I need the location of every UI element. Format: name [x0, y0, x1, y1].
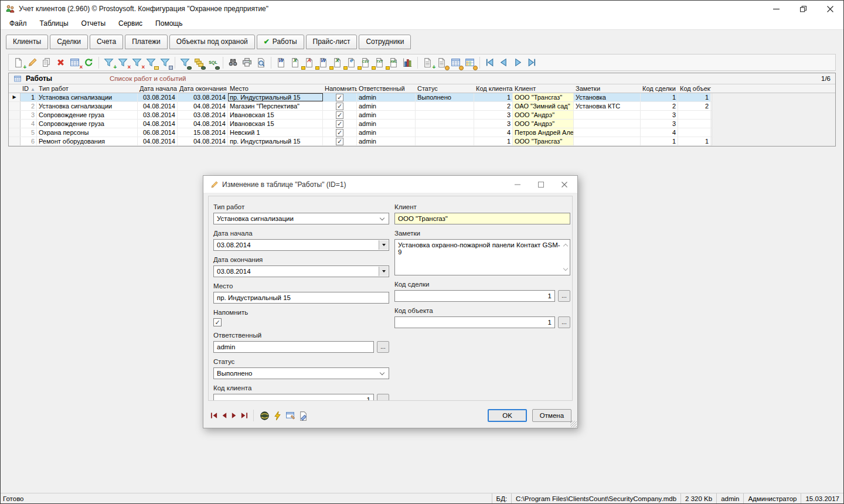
cell-remind[interactable]: ✓	[323, 120, 357, 128]
cell-date-start[interactable]: 04.08.2014	[138, 137, 178, 145]
tab-clients[interactable]: Клиенты	[6, 35, 48, 49]
tab-invoices[interactable]: Счета	[90, 35, 123, 49]
lightning-button[interactable]	[271, 410, 284, 421]
cell-object-code[interactable]: 1	[678, 93, 711, 101]
client-input[interactable]: ООО "Трансгаз"	[394, 213, 570, 224]
cell-responsible[interactable]: admin	[357, 111, 416, 119]
col-client-code[interactable]: Код клиента	[474, 84, 513, 93]
cell-client[interactable]: ООО "Андрэ"	[513, 111, 574, 119]
table-row[interactable]: ▶ 1 Установка сигнализации 03.08.2014 03…	[9, 93, 712, 102]
cell-client[interactable]: ООО "Трансгаз"	[513, 93, 574, 101]
cell-date-start[interactable]: 03.08.2014	[138, 111, 178, 119]
cell-client-code[interactable]: 1	[474, 93, 513, 101]
add-aux-record-button[interactable]: +	[421, 56, 434, 69]
cell-deal-code[interactable]: 1	[641, 137, 678, 145]
cell-responsible[interactable]: admin	[357, 93, 416, 101]
cell-status[interactable]	[416, 111, 474, 119]
cell-status[interactable]: Выполнено	[416, 93, 474, 101]
table-settings-button[interactable]	[449, 56, 462, 69]
remind-checkbox[interactable]: ✓	[213, 318, 222, 326]
table-row[interactable]: 2 Установка сигнализации 04.08.2014 04.0…	[9, 102, 712, 111]
date-dropdown-button[interactable]	[379, 240, 388, 250]
client-code-input[interactable]: 1	[213, 394, 374, 401]
add-record-button[interactable]: +	[12, 56, 25, 69]
dialog-minimize-button[interactable]	[506, 176, 529, 193]
resize-grip[interactable]	[570, 421, 577, 427]
deal-code-input[interactable]: 1	[394, 290, 555, 302]
col-notes[interactable]: Заметки	[574, 84, 641, 93]
cell-status[interactable]	[416, 120, 474, 128]
cell-type[interactable]: Сопровождение груза	[37, 120, 138, 128]
export-excel-button[interactable]: X	[331, 56, 344, 69]
date-end-input[interactable]: 03.08.2014	[213, 265, 389, 277]
responsible-input[interactable]: admin	[213, 341, 374, 353]
cell-responsible[interactable]: admin	[357, 120, 416, 128]
cell-date-end[interactable]: 03.08.2014	[178, 111, 228, 119]
filter-save-button[interactable]	[158, 56, 172, 69]
cell-notes[interactable]: Установка	[574, 93, 641, 101]
cell-client[interactable]: ОАО "Зимний сад"	[513, 102, 574, 110]
cell-remind[interactable]: ✓	[323, 128, 357, 137]
cell-object-code[interactable]	[678, 120, 711, 128]
scroll-up-icon[interactable]	[563, 244, 568, 248]
cell-client-code[interactable]: 1	[474, 137, 513, 145]
col-client[interactable]: Клиент	[513, 84, 574, 93]
cell-notes[interactable]	[574, 111, 641, 119]
tab-pricelist[interactable]: Прайс-лист	[306, 35, 358, 49]
cell-place[interactable]: Ивановская 15	[228, 120, 323, 128]
record-prev-button[interactable]	[219, 411, 229, 420]
filter-add-button[interactable]: +	[102, 56, 115, 69]
tab-guarded-objects[interactable]: Объекты под охраной	[169, 35, 255, 49]
cell-status[interactable]	[416, 137, 474, 145]
record-last-button[interactable]	[239, 411, 249, 420]
nav-last-button[interactable]	[525, 56, 539, 69]
cell-status[interactable]	[416, 102, 474, 110]
cell-type[interactable]: Установка сигнализации	[37, 93, 138, 101]
cell-date-end[interactable]: 04.08.2014	[178, 102, 228, 110]
client-code-lookup-button[interactable]: ...	[377, 394, 389, 401]
col-id[interactable]: ID▲	[21, 84, 37, 93]
close-button[interactable]	[816, 1, 843, 17]
cell-date-end[interactable]: 04.08.2014	[178, 120, 228, 128]
cell-date-end[interactable]: 04.08.2014	[178, 137, 228, 145]
nav-prev-button[interactable]	[497, 56, 511, 69]
globe-button[interactable]	[258, 410, 271, 421]
cell-deal-code[interactable]: 4	[641, 128, 678, 137]
cell-remind[interactable]: ✓	[323, 102, 357, 110]
cell-deal-code[interactable]: 3	[641, 111, 678, 119]
cell-client-code[interactable]: 2	[474, 102, 513, 110]
menu-help[interactable]: Помощь	[149, 18, 189, 29]
menu-file[interactable]: Файл	[3, 18, 33, 29]
cell-notes[interactable]	[574, 128, 641, 137]
cell-client-code[interactable]: 3	[474, 111, 513, 119]
nav-next-button[interactable]	[511, 56, 525, 69]
refresh-button[interactable]	[82, 56, 96, 69]
col-deal-code[interactable]: Код сделки	[641, 84, 678, 93]
place-input[interactable]: пр. Индустриальный 15	[213, 292, 389, 304]
list-settings-button[interactable]	[435, 56, 448, 69]
search-button[interactable]	[226, 56, 240, 69]
menu-reports[interactable]: Отчеты	[75, 18, 112, 29]
tab-deals[interactable]: Сделки	[50, 35, 88, 49]
cell-id[interactable]: 6	[21, 137, 37, 145]
cell-type[interactable]: Установка сигнализации	[37, 102, 138, 110]
deal-code-lookup-button[interactable]: ...	[558, 290, 570, 302]
dialog-maximize-button[interactable]	[529, 176, 553, 193]
clear-table-button[interactable]: ×	[68, 56, 81, 69]
filter-tree-button[interactable]	[192, 56, 206, 69]
tab-employees[interactable]: Сотрудники	[359, 35, 411, 49]
col-responsible[interactable]: Ответственный	[357, 84, 416, 93]
col-place[interactable]: Место	[228, 84, 323, 93]
col-date-end[interactable]: Дата окончания	[178, 84, 228, 93]
col-date-start[interactable]: Дата начала	[138, 84, 178, 93]
tab-works[interactable]: ✔Работы	[257, 35, 304, 49]
cell-date-start[interactable]: 06.08.2014	[138, 128, 178, 137]
cell-deal-code[interactable]: 2	[641, 102, 678, 110]
col-type[interactable]: Тип работ	[37, 84, 138, 93]
minimize-button[interactable]	[763, 1, 789, 17]
type-combobox[interactable]: Установка сигнализации	[213, 213, 389, 224]
date-dropdown-button[interactable]	[379, 267, 388, 276]
menu-tables[interactable]: Таблицы	[33, 18, 75, 29]
responsible-lookup-button[interactable]: ...	[377, 341, 389, 353]
object-code-lookup-button[interactable]: ...	[558, 316, 570, 328]
